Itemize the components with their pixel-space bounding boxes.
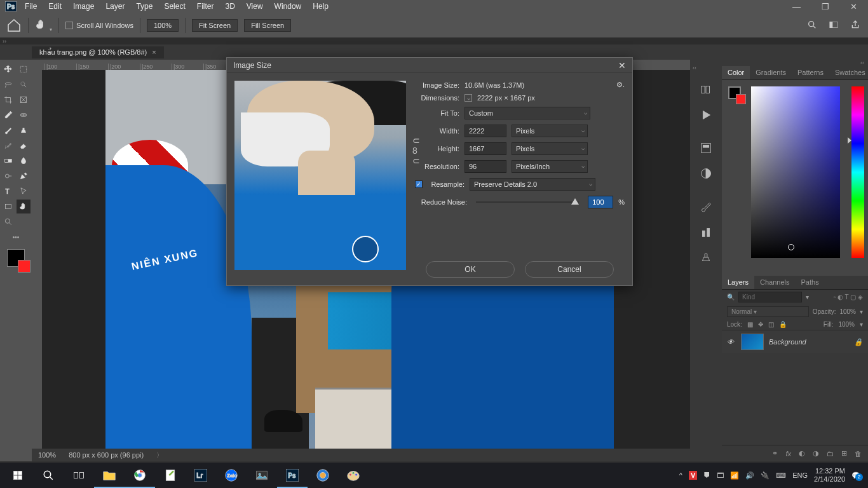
edit-toolbar[interactable]: ••• [1,230,31,244]
hand-tool[interactable] [17,200,31,214]
fill-screen-button[interactable]: Fill Screen [244,19,291,32]
play-icon[interactable] [699,108,713,122]
history-brush-tool[interactable] [1,139,15,152]
tray-chevron[interactable]: ^ [679,471,682,479]
menu-help[interactable]: Help [307,1,334,12]
photos-icon[interactable] [247,463,277,488]
new-layer-icon[interactable]: ⊞ [841,449,847,458]
quick-select-tool[interactable] [17,78,31,92]
visibility-icon[interactable]: 👁 [727,338,736,346]
tab-paths[interactable]: Paths [796,276,825,289]
wifi-icon[interactable]: 📶 [730,471,739,480]
paint-icon[interactable] [338,463,369,488]
spot-heal-tool[interactable] [17,108,31,122]
adjustments-icon[interactable] [699,166,713,180]
chrome-icon[interactable] [125,463,155,488]
tab-close-icon[interactable]: × [152,48,156,56]
close-button[interactable]: ✕ [839,0,868,13]
blend-mode[interactable]: Normal ▾ [727,306,809,317]
keyboard-icon[interactable]: ⌨ [776,471,786,480]
layer-name[interactable]: Background [769,338,806,346]
history-icon[interactable] [699,83,713,97]
height-input[interactable] [465,142,506,155]
blur-tool[interactable] [17,154,31,168]
pen-tool[interactable] [17,169,31,183]
width-unit[interactable]: Pixels [512,125,588,137]
fit-to-select[interactable]: Custom [465,107,590,119]
workspace-icon[interactable] [829,20,839,31]
scroll-all-checkbox[interactable]: Scroll All Windows [65,22,133,29]
mask-icon[interactable]: ◐ [799,449,805,458]
adjustment-icon[interactable]: ◑ [813,449,819,458]
volume-icon[interactable]: 🔊 [745,471,754,480]
photoshop-icon[interactable]: Ps [277,463,308,488]
tab-patterns[interactable]: Patterns [792,66,829,79]
properties-icon[interactable] [699,141,713,155]
opacity-value[interactable]: 100% [839,308,856,315]
menu-edit[interactable]: Edit [43,1,67,12]
artboard-tool[interactable] [17,62,31,76]
width-input[interactable] [465,125,506,137]
clone-source-icon[interactable] [699,250,713,264]
dialog-preview[interactable] [234,81,406,270]
color-field[interactable] [751,86,840,258]
link-icon[interactable]: ⊂8⊂ [412,135,420,166]
brush-tool[interactable] [1,123,15,137]
document-tab[interactable]: khẩu trang.png @ 100% (RGB/8#) × [32,46,164,58]
maximize-button[interactable]: ❐ [811,0,839,13]
status-chevron[interactable]: 〉 [156,451,163,460]
eraser-tool[interactable] [17,139,31,152]
ruler-vertical[interactable] [32,70,42,461]
link-layers-icon[interactable]: ⚭ [772,449,778,458]
tab-color[interactable]: Color [722,66,750,79]
resolution-input[interactable] [465,160,506,173]
notepad-icon[interactable] [155,463,186,488]
layer-thumbnail[interactable] [741,334,764,350]
language-indicator[interactable]: ENG [792,471,808,479]
gradient-tool[interactable] [1,154,15,168]
cancel-button[interactable]: Cancel [525,261,614,278]
explorer-icon[interactable] [94,463,125,488]
dock-chevron-left[interactable]: ›› [0,38,9,44]
move-tool[interactable] [1,62,15,76]
menu-window[interactable]: Window [269,1,308,12]
group-icon[interactable]: 🗀 [827,450,834,458]
unikey-icon[interactable]: V [689,471,697,480]
delete-icon[interactable]: 🗑 [855,450,862,458]
snagit-icon[interactable] [308,463,338,488]
search-icon[interactable]: 🔍 [727,294,735,301]
hue-slider[interactable] [851,86,864,258]
menu-3d[interactable]: 3D [219,1,240,12]
zoom-display[interactable]: 100% [147,19,179,32]
menu-image[interactable]: Image [67,1,100,12]
zalo-icon[interactable]: Zalo [216,463,247,488]
tab-swatches[interactable]: Swatches [829,66,868,79]
crop-tool[interactable] [1,93,15,107]
resample-select[interactable]: Preserve Details 2.0 [470,178,595,191]
layer-filter-input[interactable] [738,292,802,302]
lock-all-icon[interactable]: 🔒 [779,321,787,328]
ok-button[interactable]: OK [426,261,515,278]
clock[interactable]: 12:32 PM 2/14/2020 [814,467,845,484]
menu-select[interactable]: Select [158,1,191,12]
doc-info[interactable]: 800 px x 600 px (96 ppi) [69,451,144,459]
zoom-level[interactable]: 100% [38,451,56,459]
path-select-tool[interactable] [17,184,31,198]
task-view-button[interactable] [64,463,94,488]
fx-icon[interactable]: fx [785,450,791,458]
tab-gradients[interactable]: Gradients [750,66,792,79]
type-tool[interactable]: T [1,184,15,198]
lasso-tool[interactable] [1,78,15,92]
tab-channels[interactable]: Channels [754,276,795,289]
hand-tool-icon[interactable]: ▾ [35,18,52,32]
battery-icon[interactable]: 🔌 [761,471,770,480]
eyedropper-tool[interactable] [1,108,15,122]
dimensions-dropdown[interactable] [465,94,472,102]
noise-input[interactable] [588,196,613,208]
panel-collapse[interactable]: ‹‹ [722,60,868,66]
search-icon[interactable] [807,20,817,31]
height-unit[interactable]: Pixels [512,142,588,155]
clone-stamp-tool[interactable] [17,123,31,137]
share-icon[interactable] [850,20,860,31]
resolution-unit[interactable]: Pixels/Inch [512,160,588,173]
